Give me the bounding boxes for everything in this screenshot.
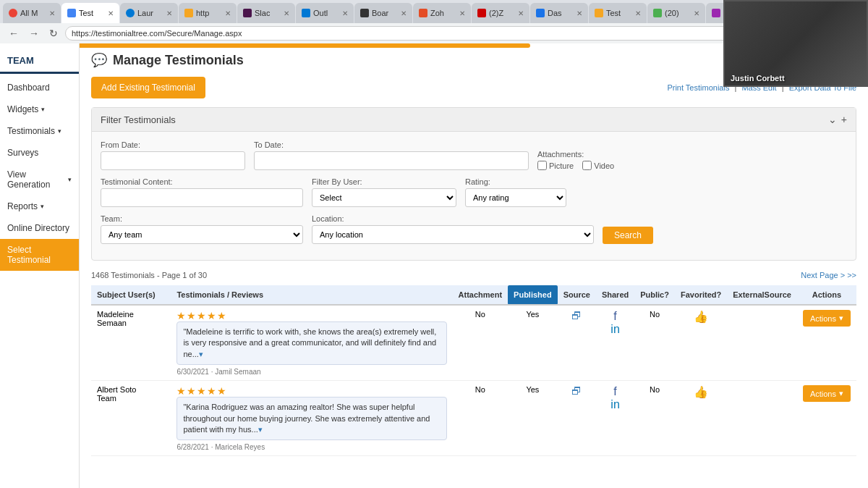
filter-by-user-select[interactable]: Select — [312, 188, 456, 207]
read-more-link-2[interactable]: ▾ — [258, 425, 263, 434]
sidebar-logo: TEAM — [0, 49, 79, 74]
actions-button-1[interactable]: Actions ▾ — [803, 310, 851, 327]
close-icon[interactable]: ✕ — [694, 9, 699, 17]
close-icon[interactable]: ✕ — [342, 9, 348, 17]
to-date-label: To Date: — [254, 140, 529, 149]
published-2: Yes — [508, 381, 558, 456]
close-icon[interactable]: ✕ — [401, 9, 407, 17]
filter-body: From Date: To Date: Attachments: Picture — [92, 132, 856, 260]
close-icon[interactable]: ✕ — [459, 9, 465, 17]
linkedin-icon-2[interactable]: in — [602, 398, 629, 411]
tab-das1[interactable]: Das ✕ — [530, 3, 588, 23]
thumbs-up-icon-1[interactable]: 👍 — [694, 311, 708, 323]
sidebar-item-label: Select Testimonial — [7, 245, 72, 265]
table-wrap: Subject User(s) Testimonials / Reviews A… — [91, 285, 856, 456]
read-more-link-1[interactable]: ▾ — [199, 350, 203, 358]
next-page-link[interactable]: Next Page > >> — [801, 271, 856, 279]
add-existing-testimonial-button[interactable]: Add Existing Testimonial — [91, 77, 205, 98]
filter-by-user-label: Filter By User: — [312, 177, 456, 186]
from-date-input[interactable] — [101, 151, 245, 170]
collapse-icon[interactable]: ⌄ — [828, 114, 837, 125]
picture-checkbox[interactable] — [537, 161, 547, 170]
tab-board[interactable]: Boar ✕ — [354, 3, 412, 23]
sidebar-item-online-directory[interactable]: Online Directory — [0, 217, 79, 239]
progress-bar-fill — [80, 43, 530, 48]
to-date-input[interactable] — [254, 151, 529, 170]
attachment-1: No — [453, 305, 509, 381]
filter-row-2: Testimonial Content: Filter By User: Sel… — [101, 177, 847, 207]
chevron-down-icon: ▾ — [41, 106, 45, 113]
stars-1: ★★★★★ — [176, 310, 446, 321]
team-label: Team: — [101, 214, 303, 223]
subject-user-1: Madeleine Semaan — [91, 305, 171, 381]
close-icon[interactable]: ✕ — [576, 9, 582, 17]
sidebar-item-dashboard[interactable]: Dashboard — [0, 77, 79, 98]
rating-label: Rating: — [465, 177, 566, 186]
tab-2z[interactable]: (2)Z ✕ — [472, 3, 529, 23]
video-checkbox[interactable] — [582, 161, 592, 170]
sidebar-item-select-testimonial[interactable]: Select Testimonial — [0, 239, 79, 271]
testimonial-box-1: "Madeleine is terrific to work with, she… — [176, 321, 446, 365]
team-group: Team: Any team — [101, 214, 303, 244]
col-shared: Shared — [596, 285, 634, 305]
close-icon[interactable]: ✕ — [49, 9, 55, 17]
sidebar-item-label: View Generation — [7, 169, 65, 190]
tab-test[interactable]: Test ✕ — [61, 3, 119, 23]
sidebar-item-widgets[interactable]: Widgets ▾ — [0, 98, 79, 120]
col-external-source: ExternalSource — [727, 285, 797, 305]
content-input[interactable] — [101, 188, 303, 207]
tab-gmail[interactable]: All M ✕ — [3, 3, 61, 23]
rating-select[interactable]: Any rating — [465, 188, 566, 207]
tab-outlook[interactable]: Outl ✕ — [296, 3, 354, 23]
table-row: Albert SotoTeam ★★★★★ "Karina Rodriguez … — [91, 381, 856, 456]
search-button[interactable]: Search — [603, 227, 653, 244]
facebook-icon-2[interactable]: f — [602, 385, 629, 398]
location-group: Location: Any location — [312, 214, 594, 244]
sidebar-item-label: Testimonials — [7, 126, 55, 136]
favorited-1[interactable]: 👍 — [675, 305, 727, 381]
from-date-group: From Date: — [101, 140, 245, 170]
facebook-icon-1[interactable]: f — [602, 310, 629, 323]
tab-slack[interactable]: Slac ✕ — [237, 3, 295, 23]
add-filter-icon[interactable]: + — [841, 114, 847, 125]
sidebar-item-label: Dashboard — [7, 83, 50, 93]
back-button[interactable]: ← — [6, 26, 22, 41]
tab-test2[interactable]: Test ✕ — [589, 3, 647, 23]
team-select[interactable]: Any team — [101, 225, 303, 244]
forward-button[interactable]: → — [26, 26, 42, 41]
sidebar-item-testimonials[interactable]: Testimonials ▾ — [0, 120, 79, 142]
tab-zoho[interactable]: Zoh ✕ — [413, 3, 471, 23]
actions-cell-2: Actions ▾ — [797, 381, 856, 456]
filter-header-icons: ⌄ + — [828, 114, 847, 125]
webcam-overlay: Justin Corbett — [723, 0, 868, 87]
linkedin-icon-1[interactable]: in — [602, 323, 629, 336]
attachments-group: Attachments: Picture Video — [537, 150, 614, 170]
sidebar-item-surveys[interactable]: Surveys — [0, 142, 79, 164]
shared-1: f in — [596, 305, 634, 381]
col-public: Public? — [634, 285, 675, 305]
favorited-2[interactable]: 👍 — [675, 381, 727, 456]
close-icon[interactable]: ✕ — [635, 9, 641, 17]
tab-laur[interactable]: Laur ✕ — [120, 3, 178, 23]
published-1: Yes — [508, 305, 558, 381]
close-icon[interactable]: ✕ — [166, 9, 172, 17]
sidebar-item-view-generation[interactable]: View Generation ▾ — [0, 164, 79, 195]
external-link-icon-1[interactable]: 🗗 — [571, 310, 582, 321]
tab-20[interactable]: (20) ✕ — [647, 3, 705, 23]
print-testimonials-link[interactable]: Print Testimonials — [667, 83, 729, 92]
close-icon[interactable]: ✕ — [284, 9, 289, 17]
close-icon[interactable]: ✕ — [108, 9, 114, 17]
close-icon[interactable]: ✕ — [225, 9, 231, 17]
tab-http[interactable]: http ✕ — [179, 3, 237, 23]
col-published: Published — [508, 285, 558, 305]
reload-button[interactable]: ↻ — [46, 26, 61, 41]
close-icon[interactable]: ✕ — [518, 9, 524, 17]
external-link-icon-2[interactable]: 🗗 — [571, 385, 582, 397]
sidebar-item-reports[interactable]: Reports ▾ — [0, 195, 79, 217]
actions-button-2[interactable]: Actions ▾ — [803, 385, 851, 402]
filter-header[interactable]: Filter Testimonials ⌄ + — [92, 108, 856, 132]
external-source-1 — [727, 305, 797, 381]
location-select[interactable]: Any location — [312, 225, 594, 244]
thumbs-up-icon-2[interactable]: 👍 — [694, 386, 708, 398]
testimonial-cell-1: ★★★★★ "Madeleine is terrific to work wit… — [171, 305, 452, 381]
